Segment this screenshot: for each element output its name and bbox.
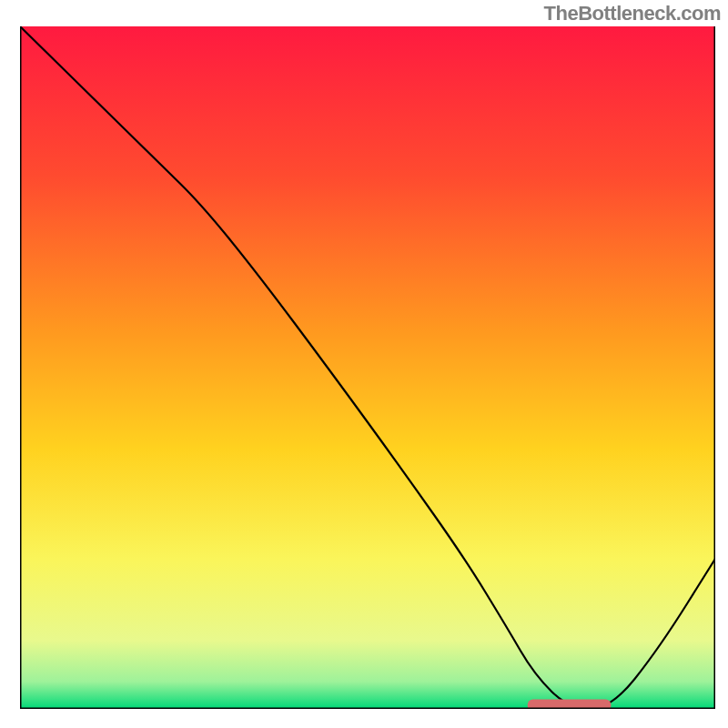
chart-container <box>20 26 715 709</box>
watermark-text: TheBottleneck.com <box>544 2 721 25</box>
optimal-marker <box>528 700 612 710</box>
chart-svg <box>20 26 715 709</box>
